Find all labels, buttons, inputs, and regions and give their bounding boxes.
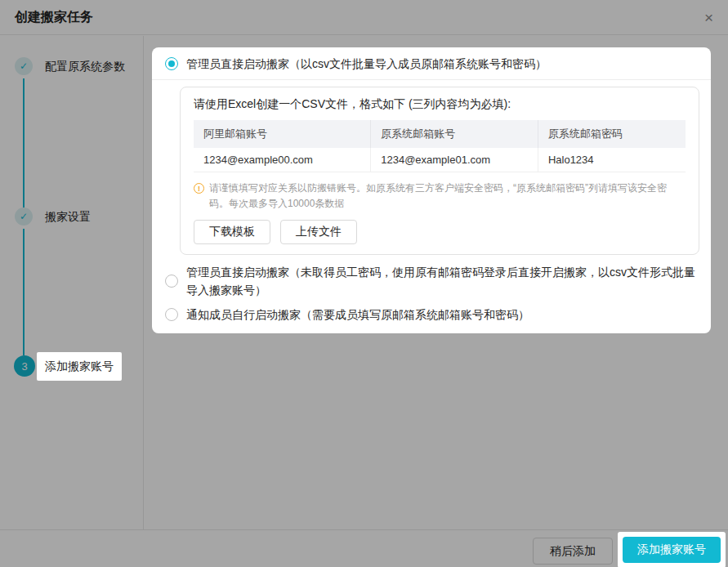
csv-instructions-panel: 请使用Excel创建一个CSV文件，格式如下 (三列内容均为必填): 阿里邮箱账…	[180, 87, 699, 255]
table-cell: Halo1234	[538, 148, 686, 172]
migration-options-card: 管理员直接启动搬家（以csv文件批量导入成员原邮箱系统账号和密码） 请使用Exc…	[152, 47, 711, 333]
step3-label-spotlight: 添加搬家账号	[37, 352, 122, 381]
upload-file-button[interactable]: 上传文件	[280, 220, 357, 244]
step1-label: 配置原系统参数	[45, 60, 125, 74]
step3-label: 添加搬家账号	[45, 359, 114, 374]
option-label: 通知成员自行启动搬家（需要成员填写原邮箱系统邮箱账号和密码）	[186, 306, 529, 324]
radio-unselected-icon[interactable]	[165, 308, 178, 321]
table-header-row: 阿里邮箱账号 原系统邮箱账号 原系统邮箱密码	[194, 120, 686, 148]
option-admin-csv[interactable]: 管理员直接启动搬家（以csv文件批量导入成员原邮箱系统账号和密码）	[152, 47, 711, 79]
step-connector	[23, 229, 25, 355]
option-label: 管理员直接启动搬家（未取得员工密码，使用原有邮箱密码登录后直接开启搬家，以csv…	[186, 263, 698, 299]
create-migration-dialog: 创建搬家任务 × ✓ 配置原系统参数 ✓ 搬家设置 3 添加搬家账号 管理员直接…	[0, 0, 728, 567]
step-connector	[23, 78, 25, 208]
dialog-header: 创建搬家任务 ×	[0, 0, 728, 35]
option-admin-no-password[interactable]: 管理员直接启动搬家（未取得员工密码，使用原有邮箱密码登录后直接开启搬家，以csv…	[152, 255, 711, 302]
table-cell: 1234@example01.com	[371, 148, 538, 172]
primary-button-spotlight: 添加搬家账号	[618, 532, 726, 567]
table-cell: 1234@example00.com	[194, 148, 371, 172]
close-icon[interactable]: ×	[704, 10, 713, 25]
column-header: 原系统邮箱密码	[538, 120, 686, 148]
caution-note-text: 请谨慎填写对应关系以防搬错账号。如原系统有三方客户端安全密码，“原系统邮箱密码”…	[209, 181, 686, 212]
dialog-title: 创建搬家任务	[15, 9, 93, 26]
table-row: 1234@example00.com 1234@example01.com Ha…	[194, 148, 686, 172]
radio-selected-icon[interactable]	[165, 57, 178, 70]
option-notify-members[interactable]: 通知成员自行启动搬家（需要成员填写原邮箱系统邮箱账号和密码）	[152, 302, 711, 333]
warning-icon: !	[194, 183, 204, 194]
column-header: 阿里邮箱账号	[194, 120, 371, 148]
download-template-button[interactable]: 下载模板	[194, 220, 270, 244]
step2-check-icon: ✓	[15, 208, 33, 225]
column-header: 原系统邮箱账号	[371, 120, 538, 148]
option-label: 管理员直接启动搬家（以csv文件批量导入成员原邮箱系统账号和密码）	[186, 55, 547, 73]
radio-unselected-icon[interactable]	[165, 275, 178, 288]
csv-format-table: 阿里邮箱账号 原系统邮箱账号 原系统邮箱密码 1234@example00.co…	[194, 120, 686, 172]
step3-number-badge: 3	[14, 355, 35, 377]
caution-note: ! 请谨慎填写对应关系以防搬错账号。如原系统有三方客户端安全密码，“原系统邮箱密…	[194, 181, 686, 212]
add-migration-account-button[interactable]: 添加搬家账号	[623, 537, 721, 563]
divider	[152, 79, 711, 80]
add-later-button[interactable]: 稍后添加	[533, 538, 613, 565]
steps-sidebar: ✓ 配置原系统参数 ✓ 搬家设置 3 添加搬家账号	[0, 36, 144, 529]
step2-label: 搬家设置	[45, 210, 91, 225]
dialog-footer: 稍后添加 添加搬家账号	[0, 529, 728, 567]
step1-check-icon: ✓	[15, 57, 33, 75]
csv-instruction-text: 请使用Excel创建一个CSV文件，格式如下 (三列内容均为必填):	[194, 97, 686, 112]
